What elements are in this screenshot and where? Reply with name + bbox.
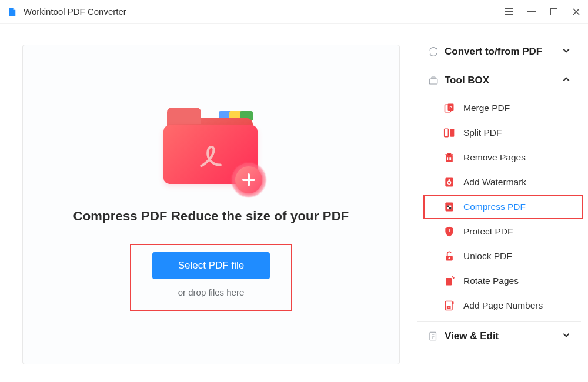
svg-rect-6: [450, 129, 455, 136]
folder-illustration: [161, 110, 261, 192]
minimize-button[interactable]: [527, 7, 536, 16]
tool-unlock-pdf[interactable]: Unlock PDF: [417, 244, 581, 269]
add-watermark-icon: [443, 176, 455, 188]
tool-label: Unlock PDF: [463, 251, 512, 262]
drop-zone[interactable]: Compress PDF Reduce the size of your PDF…: [22, 45, 400, 364]
svg-point-10: [448, 179, 450, 181]
section-toolbox-title: Tool BOX: [445, 75, 489, 86]
window-controls: [505, 7, 581, 16]
tool-add-page-numbers[interactable]: 1 Add Page Numbers: [417, 293, 581, 318]
section-view-edit-title: View & Edit: [445, 330, 499, 342]
tool-label: Remove Pages: [463, 152, 526, 163]
tool-label: Protect PDF: [463, 226, 513, 237]
tool-label: Rotate Pages: [463, 276, 519, 286]
svg-rect-14: [449, 207, 451, 209]
svg-rect-13: [447, 206, 449, 207]
svg-rect-5: [445, 129, 449, 136]
tool-label: Split PDF: [463, 128, 502, 138]
select-pdf-button[interactable]: Select PDF file: [152, 252, 270, 279]
compress-pdf-icon: [443, 201, 455, 213]
hamburger-menu-icon[interactable]: [505, 7, 514, 16]
tool-label: Add Watermark: [463, 177, 526, 187]
section-view-edit[interactable]: View & Edit: [417, 322, 581, 350]
tool-rotate-pages[interactable]: Rotate Pages: [417, 269, 581, 293]
add-file-plus-icon: [230, 162, 267, 198]
chevron-down-icon: [562, 46, 570, 57]
tool-label: Add Page Numbers: [463, 300, 543, 311]
svg-text:1: 1: [448, 305, 450, 309]
sidebar: Convert to/from PDF Tool BOX P Merge PDF: [417, 24, 588, 382]
svg-point-16: [449, 257, 450, 259]
rotate-pages-icon: [443, 275, 455, 287]
chevron-up-icon: [562, 75, 570, 86]
svg-text:P: P: [450, 106, 452, 109]
tool-protect-pdf[interactable]: Protect PDF: [417, 219, 581, 244]
tool-label: Merge PDF: [463, 103, 510, 113]
titlebar: Workintool PDF Converter: [0, 0, 588, 24]
tool-remove-pages[interactable]: Remove Pages: [417, 145, 581, 170]
svg-rect-8: [445, 178, 453, 187]
app-logo-icon: [7, 6, 18, 17]
svg-rect-17: [446, 278, 452, 286]
select-file-callout: Select PDF file or drop files here: [130, 244, 292, 311]
section-convert[interactable]: Convert to/from PDF: [417, 38, 581, 66]
section-toolbox[interactable]: Tool BOX: [417, 66, 581, 95]
maximize-button[interactable]: [549, 7, 559, 16]
pdf-swirl-icon: [194, 140, 226, 172]
tool-label: Compress PDF: [463, 202, 526, 212]
svg-rect-0: [429, 79, 437, 84]
protect-pdf-icon: [443, 226, 455, 237]
toolbox-list: P Merge PDF Split PDF Remove Pages Add W…: [417, 95, 581, 321]
main-panel: Compress PDF Reduce the size of your PDF…: [0, 24, 417, 382]
add-page-numbers-icon: 1: [443, 300, 455, 311]
view-edit-icon: [428, 331, 439, 341]
svg-rect-1: [432, 77, 435, 79]
toolbox-icon: [428, 75, 439, 86]
chevron-down-icon: [562, 331, 570, 341]
section-convert-title: Convert to/from PDF: [445, 46, 542, 58]
tool-add-watermark[interactable]: Add Watermark: [417, 170, 581, 195]
split-pdf-icon: [443, 127, 455, 139]
tool-split-pdf[interactable]: Split PDF: [417, 120, 581, 145]
merge-pdf-icon: P: [443, 102, 455, 114]
close-button[interactable]: [572, 7, 581, 16]
tool-merge-pdf[interactable]: P Merge PDF: [417, 96, 581, 120]
convert-icon: [428, 46, 439, 57]
drop-hint-text: or drop files here: [178, 287, 245, 297]
tool-compress-pdf[interactable]: Compress PDF: [417, 195, 581, 219]
remove-pages-icon: [443, 152, 455, 163]
page-heading: Compress PDF Reduce the size of your PDF: [74, 209, 349, 224]
app-title: Workintool PDF Converter: [24, 6, 126, 16]
unlock-pdf-icon: [443, 250, 455, 262]
